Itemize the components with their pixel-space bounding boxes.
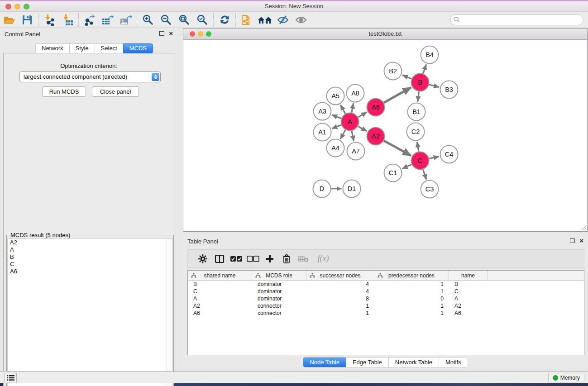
tab-select[interactable]: Select [95,43,123,53]
table-cell[interactable]: C [188,288,252,295]
tab-network[interactable]: Network [35,43,69,53]
minimize-window-button[interactable] [14,4,20,10]
export-image-button[interactable] [117,13,135,27]
close-table-panel-icon[interactable]: × [579,238,583,243]
edge-C-C4[interactable] [429,157,439,159]
table-row[interactable]: Adominator80A [188,295,584,302]
zoom-fit-button[interactable] [175,13,193,27]
zoom-in-button[interactable] [139,13,157,27]
table-cell[interactable]: 1 [306,302,374,310]
export-network-button[interactable] [81,13,99,27]
table-cell[interactable]: 1 [374,310,449,317]
network-graph[interactable]: B4B2BB3A8A5A6A3B1AA1C2A2A4A7C4CC1C3DD1 [183,40,587,231]
export-table-button[interactable] [99,13,117,27]
mcds-result-list[interactable]: A2ABCA6 [7,238,173,386]
search-input[interactable] [450,14,583,25]
edge-C-C1[interactable] [402,164,412,168]
delete-table-button[interactable] [295,251,311,267]
table-cell[interactable]: 1 [374,288,449,295]
network-minimize-button[interactable] [198,31,203,37]
result-item[interactable]: A2 [8,239,172,246]
result-item[interactable]: B [8,253,172,261]
edge-B-B4[interactable] [423,64,426,73]
column-header-name[interactable]: name [449,271,488,280]
close-window-button[interactable] [5,4,11,10]
tab-node-table[interactable]: Node Table [303,357,346,367]
result-item[interactable]: C [8,261,172,268]
column-header-predecessor-nodes[interactable]: predecessor nodes [374,271,449,280]
edge-A-A4[interactable] [340,130,345,139]
edge-A-A1[interactable] [332,125,341,129]
edge-B-B3[interactable] [429,85,439,87]
import-table-button[interactable] [58,13,76,27]
table-cell[interactable]: connector [252,310,306,317]
maximize-window-button[interactable] [24,4,29,10]
show-hidden-button[interactable] [292,13,310,27]
table-cell[interactable]: A [188,295,252,302]
table-cell[interactable]: 4 [306,288,374,295]
save-session-button[interactable] [18,13,36,27]
table-cell[interactable]: dominator [252,281,306,288]
resize-grip-icon[interactable] [581,225,586,230]
column-header-MCDS-role[interactable]: MCDS role [252,271,306,280]
criterion-select[interactable]: largest connected component (directed) [19,71,161,82]
task-history-button[interactable] [5,373,17,382]
tab-network-table[interactable]: Network Table [389,357,439,367]
edge-A-A3[interactable] [332,115,341,119]
add-column-button[interactable] [261,251,278,267]
float-table-panel-icon[interactable] [570,238,575,243]
refresh-button[interactable] [215,13,234,27]
delete-column-button[interactable] [278,251,295,267]
table-row[interactable]: A6connector11A6 [188,310,584,317]
edge-A-A7[interactable] [352,131,354,141]
column-header-shared-name[interactable]: shared name [188,271,252,280]
table-cell[interactable]: 4 [306,281,374,288]
table-row[interactable]: A2connector11A2 [188,302,584,310]
zoom-out-button[interactable] [157,13,175,27]
deselect-all-button[interactable] [244,251,261,267]
table-cell[interactable]: dominator [252,288,306,295]
float-panel-icon[interactable] [159,31,164,36]
network-close-button[interactable] [190,31,195,37]
table-cell[interactable]: 1 [374,281,449,288]
column-header-successor-nodes[interactable]: successor nodes [306,271,374,280]
table-row[interactable]: Cdominator41C [188,288,584,295]
import-network-button[interactable] [40,13,58,27]
edge-A2-C[interactable] [384,141,411,156]
table-cell[interactable]: A [449,295,488,302]
table-cell[interactable]: dominator [252,295,306,302]
column-layout-button[interactable] [211,251,228,267]
table-cell[interactable]: 0 [374,295,449,302]
edge-B-B2[interactable] [402,75,411,79]
table-cell[interactable]: A2 [188,302,252,310]
result-scrollbar[interactable] [167,239,172,386]
edge-C-C3[interactable] [423,169,426,179]
result-item[interactable]: A [8,246,172,253]
edge-A-A6[interactable] [358,112,367,117]
table-cell[interactable]: A2 [449,302,488,310]
select-all-button[interactable] [228,251,244,267]
network-maximize-button[interactable] [206,31,211,37]
run-mcds-button[interactable]: Run MCDS [42,86,86,97]
result-item[interactable]: A6 [8,268,172,275]
table-cell[interactable]: B [188,281,252,288]
open-file-button[interactable] [0,13,18,27]
tab-style[interactable]: Style [69,43,95,53]
edge-A-A5[interactable] [340,105,345,114]
network-from-selection-button[interactable] [238,13,256,27]
apply-function-button[interactable]: f(x) [311,251,335,267]
tab-edge-table[interactable]: Edge Table [346,357,389,367]
memory-button[interactable]: Memory [548,373,584,382]
edge-C-C2[interactable] [417,142,418,152]
table-cell[interactable]: 1 [306,310,374,317]
edge-B-B1[interactable] [418,91,419,101]
close-panel-button[interactable]: Close panel [92,86,139,97]
table-settings-button[interactable] [194,251,211,267]
home-button[interactable] [256,13,274,27]
edge-A-A8[interactable] [352,103,354,113]
zoom-selected-button[interactable] [193,13,211,27]
table-cell[interactable]: connector [252,302,306,310]
edge-A6-B[interactable] [384,87,411,103]
network-window-titlebar[interactable]: testGlobe.txt [183,29,587,40]
edge-A-A2[interactable] [358,126,367,131]
